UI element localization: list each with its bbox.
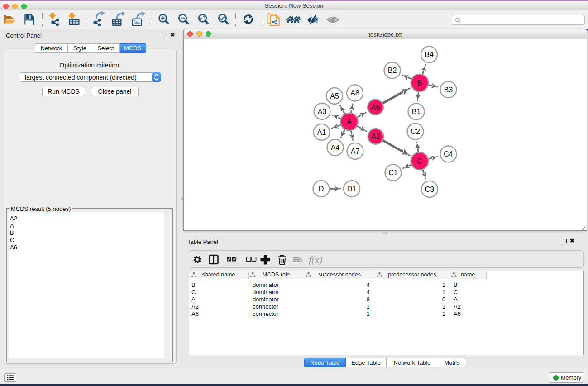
svg-text:A4: A4 xyxy=(331,144,340,152)
svg-text:B3: B3 xyxy=(444,86,453,94)
svg-text:B1: B1 xyxy=(412,108,421,115)
svg-text:A2: A2 xyxy=(371,133,380,140)
svg-text:B4: B4 xyxy=(425,51,434,58)
svg-text:A1: A1 xyxy=(317,129,326,136)
svg-text:A5: A5 xyxy=(330,92,339,100)
svg-text:A: A xyxy=(347,118,352,126)
svg-text:B: B xyxy=(417,79,422,87)
svg-text:A3: A3 xyxy=(318,108,327,115)
svg-text:A8: A8 xyxy=(350,89,359,97)
svg-text:C1: C1 xyxy=(388,169,398,176)
svg-text:C: C xyxy=(417,157,422,165)
svg-text:C2: C2 xyxy=(411,128,420,135)
svg-text:f(x): f(x) xyxy=(309,254,323,265)
svg-text:C3: C3 xyxy=(425,186,435,193)
svg-text:D1: D1 xyxy=(347,185,357,193)
svg-text:A6: A6 xyxy=(371,104,380,111)
svg-text:C4: C4 xyxy=(444,150,453,158)
svg-text:B2: B2 xyxy=(388,67,397,74)
svg-text:A7: A7 xyxy=(351,148,360,155)
svg-text:D: D xyxy=(319,185,324,193)
